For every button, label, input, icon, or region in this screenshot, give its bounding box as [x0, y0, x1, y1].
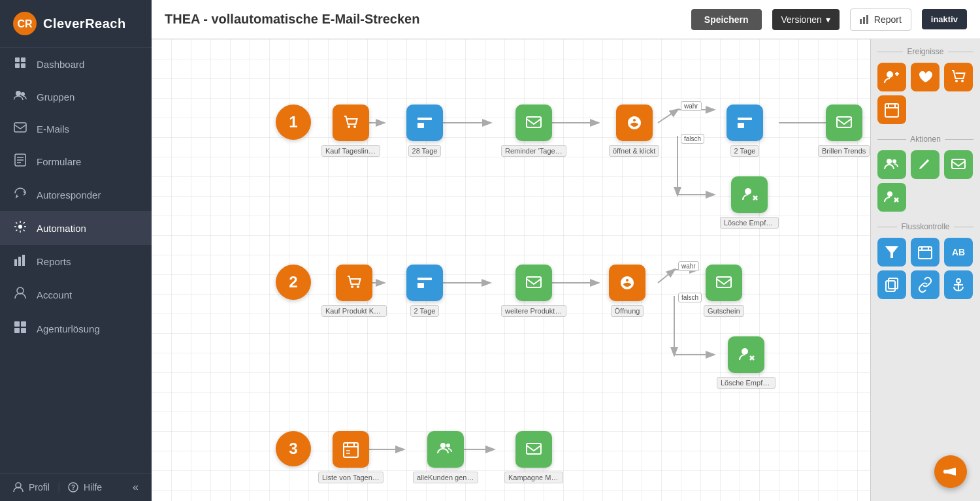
aktion-delete-user[interactable] [877, 183, 906, 212]
notification-button[interactable] [934, 455, 967, 488]
ereignis-heartbeat[interactable] [911, 63, 939, 91]
node-gutschein[interactable]: Gutschein [704, 265, 744, 317]
logo-text: CleverReach [43, 16, 126, 31]
sidebar-item-formulare-label: Formulare [37, 156, 81, 167]
node-kauf-tageslinsen[interactable]: Kauf Tageslinsen [321, 105, 380, 157]
aktion-group[interactable] [877, 150, 906, 179]
collapse-button[interactable]: « [133, 481, 139, 493]
node-alle-kunden[interactable]: alleKunden gender: female [413, 431, 478, 483]
account-icon [13, 287, 27, 302]
node-kauf-smartphone[interactable]: Kauf Produkt Kategorie Smartphone [321, 265, 387, 317]
flow-canvas[interactable]: 1 2 3 Kauf Tageslinsen 28 Tage [152, 39, 870, 501]
step-3-circle: 3 [276, 431, 311, 466]
fluss-filter[interactable] [877, 238, 906, 267]
aktionen-grid [877, 150, 973, 212]
svg-rect-59 [417, 278, 432, 280]
logo-icon: CR [13, 12, 37, 35]
sidebar-item-dashboard[interactable]: Dashboard [0, 48, 152, 80]
autoresponder-icon [13, 187, 27, 202]
versions-label: Versionen [781, 14, 822, 25]
main-area: THEA - vollautomatische E-Mail-Strecken … [152, 0, 980, 501]
canvas-area: 1 2 3 Kauf Tageslinsen 28 Tage [152, 39, 980, 501]
svg-rect-95 [886, 281, 895, 291]
fluss-timer[interactable] [911, 238, 939, 267]
hilfe-link[interactable]: ? Hilfe [68, 482, 102, 493]
svg-point-100 [943, 470, 947, 474]
sidebar-item-reports[interactable]: Reports [0, 245, 152, 278]
svg-rect-62 [717, 277, 731, 287]
svg-point-54 [745, 188, 751, 195]
node-28-tage[interactable]: 28 Tage [406, 105, 443, 157]
svg-rect-53 [837, 117, 851, 127]
sidebar-item-gruppen[interactable]: Gruppen [0, 80, 152, 113]
aktionen-section: Aktionen [877, 135, 973, 212]
sidebar-item-reports-label: Reports [37, 256, 71, 267]
hilfe-icon: ? [68, 482, 78, 493]
save-button[interactable]: Speichern [691, 9, 762, 30]
svg-point-7 [21, 92, 25, 96]
node-oeffnet-klickt[interactable]: öffnet & klickt [609, 105, 659, 157]
svg-rect-60 [417, 283, 424, 288]
page-title: THEA - vollautomatische E-Mail-Strecken [165, 12, 681, 27]
aktion-edit[interactable] [911, 150, 939, 179]
node-2-tage-2[interactable]: 2 Tage [406, 265, 443, 317]
svg-line-40 [658, 270, 674, 283]
fluss-ab-test[interactable]: AB [944, 238, 973, 267]
sidebar-item-automation[interactable]: Automation [0, 211, 152, 245]
fluss-link[interactable] [911, 270, 939, 299]
flusskontrolle-section: Flusskontrolle AB [877, 222, 973, 299]
svg-line-32 [658, 110, 678, 123]
sidebar-item-agentur-label: Agenturlösung [37, 323, 100, 334]
fluss-anchor[interactable] [944, 270, 973, 299]
sidebar-item-autoresponder-label: Autoresponder [37, 189, 101, 201]
node-oeffnung[interactable]: Öffnung [609, 265, 645, 317]
sidebar-item-emails[interactable]: E-Mails [0, 113, 152, 144]
nav-bottom: Profil | ? Hilfe « [0, 473, 152, 501]
ereignis-calendar[interactable] [877, 95, 906, 124]
profil-icon [13, 482, 24, 493]
svg-point-63 [742, 348, 748, 355]
profil-link[interactable]: Profil [13, 482, 50, 493]
svg-point-85 [892, 159, 896, 163]
wahr-label-1: wahr [681, 101, 702, 111]
versions-button[interactable]: Versionen ▾ [772, 9, 840, 30]
node-reminder[interactable]: Reminder 'Tageslinsen' kaufen [501, 105, 566, 157]
svg-point-75 [887, 71, 893, 78]
node-kampagne-muttertag[interactable]: Kampagne Muttertag [504, 431, 563, 483]
sidebar-item-account[interactable]: Account [0, 278, 152, 312]
falsch-label-1: falsch [681, 134, 704, 144]
sidebar-item-account-label: Account [37, 289, 72, 300]
svg-rect-14 [14, 259, 17, 266]
svg-rect-91 [919, 247, 932, 259]
node-produktvorschlaege[interactable]: weitere Produktvorschläge [501, 265, 566, 317]
svg-point-47 [353, 125, 356, 128]
sidebar-item-autoresponder[interactable]: Autoresponder [0, 178, 152, 211]
ereignis-add-user[interactable] [877, 63, 906, 91]
aktionen-title: Aktionen [877, 135, 973, 144]
node-loesche-1[interactable]: Lösche Empfänger [720, 176, 779, 229]
automation-icon [13, 220, 27, 236]
ereignis-cart[interactable] [944, 63, 973, 91]
svg-rect-86 [952, 159, 965, 169]
report-button[interactable]: Report [850, 8, 911, 31]
fluss-copy[interactable] [877, 270, 906, 299]
sidebar-item-formulare[interactable]: Formulare [0, 144, 152, 178]
svg-rect-50 [527, 117, 541, 127]
falsch-label-2: falsch [678, 293, 702, 302]
node-2-tage-1[interactable]: 2 Tage [727, 105, 763, 157]
svg-rect-5 [21, 63, 25, 68]
svg-rect-74 [527, 444, 541, 454]
svg-rect-61 [527, 277, 541, 287]
status-badge: inaktiv [922, 9, 967, 29]
node-liste-tagen[interactable]: Liste von Tagen um 12:00 [318, 431, 384, 483]
wahr-label-2: wahr [678, 261, 699, 271]
aktion-mail[interactable] [944, 150, 973, 179]
node-brillen-trends[interactable]: Brillen Trends [818, 105, 870, 157]
node-loesche-2[interactable]: Lösche Empfänger [717, 336, 776, 389]
flusskontrolle-grid: AB [877, 238, 973, 299]
svg-point-78 [955, 80, 958, 82]
report-label: Report [874, 14, 902, 25]
ereignisse-grid [877, 63, 973, 124]
sidebar-item-agentur[interactable]: Agenturlösung [0, 312, 152, 346]
svg-point-79 [961, 80, 964, 82]
